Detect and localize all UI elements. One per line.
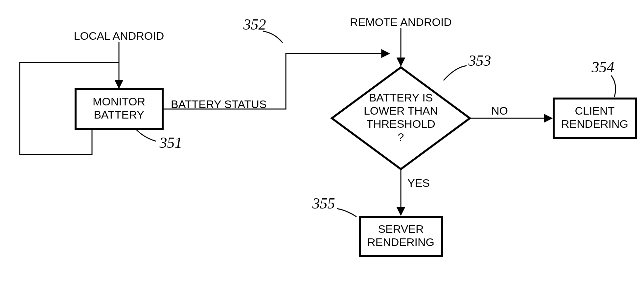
client-rendering-text-1: CLIENT bbox=[575, 104, 615, 117]
ref-354: 354 bbox=[591, 59, 614, 76]
battery-status-label: BATTERY STATUS bbox=[171, 98, 267, 110]
ref-353: 353 bbox=[468, 52, 491, 69]
client-rendering-text-2: RENDERING bbox=[561, 118, 628, 130]
decision-text-3: THRESHOLD bbox=[366, 118, 435, 130]
monitor-battery-text-2: BATTERY bbox=[94, 108, 144, 121]
yes-label: YES bbox=[407, 177, 430, 189]
local-android-label: LOCAL ANDROID bbox=[74, 30, 164, 42]
leader-352 bbox=[263, 31, 283, 43]
server-rendering-text-1: SERVER bbox=[378, 223, 424, 235]
remote-android-label: REMOTE ANDROID bbox=[350, 16, 452, 28]
leader-354 bbox=[611, 76, 615, 97]
server-rendering-text-2: RENDERING bbox=[367, 236, 434, 248]
ref-351: 351 bbox=[159, 134, 182, 151]
leader-353 bbox=[444, 66, 467, 80]
ref-355: 355 bbox=[312, 195, 335, 212]
ref-352: 352 bbox=[243, 16, 266, 33]
leader-355 bbox=[337, 209, 356, 217]
no-label: NO bbox=[491, 104, 508, 117]
decision-text-4: ? bbox=[398, 131, 404, 143]
decision-text-2: LOWER THAN bbox=[364, 104, 438, 117]
decision-text-1: BATTERY IS bbox=[369, 91, 433, 104]
leader-351 bbox=[136, 130, 156, 141]
monitor-battery-text-1: MONITOR bbox=[93, 95, 145, 108]
